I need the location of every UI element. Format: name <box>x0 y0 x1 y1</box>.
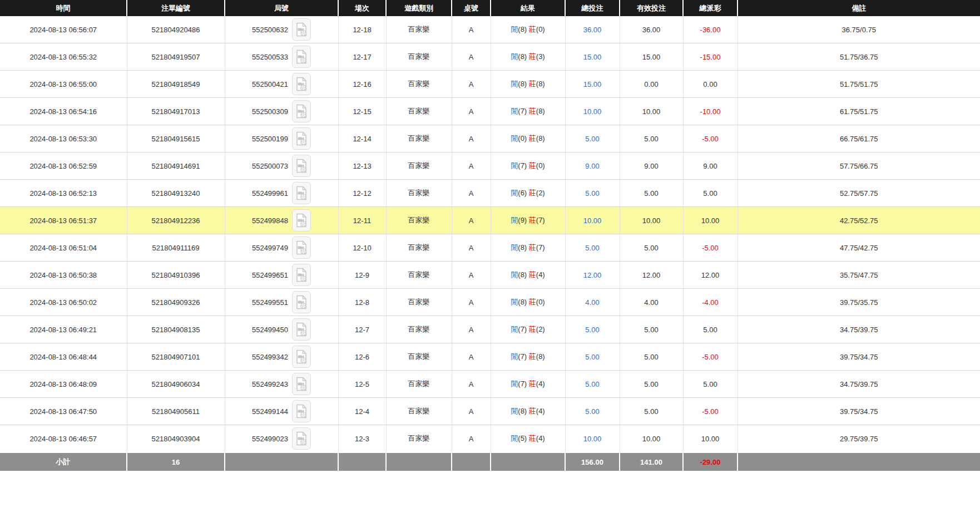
cell-total-bet: 10.00 <box>565 207 620 234</box>
cell-payout: -15.00 <box>683 43 738 71</box>
video-replay-button[interactable] <box>292 46 311 68</box>
table-row[interactable]: 2024-08-13 06:49:21521804908135552499450… <box>0 316 980 343</box>
result-banker-label: 莊 <box>529 434 536 442</box>
table-row[interactable]: 2024-08-13 06:54:16521804917013552500309… <box>0 98 980 125</box>
video-replay-button[interactable] <box>292 127 311 150</box>
result-player-score: (8) <box>518 25 527 33</box>
cell-result: 閒(8) 莊(0) <box>491 16 565 43</box>
round-no-text: 552499848 <box>252 216 288 225</box>
cell-game: 百家樂 <box>386 262 452 289</box>
cell-time: 2024-08-13 06:52:13 <box>0 180 127 207</box>
cell-remark: 52.75/57.75 <box>738 180 980 207</box>
video-file-icon <box>295 159 308 173</box>
cell-round-no: 552499848 <box>225 207 338 234</box>
cell-valid-bet: 5.00 <box>620 234 683 262</box>
cell-valid-bet: 4.00 <box>620 289 683 316</box>
cell-result: 閒(8) 莊(0) <box>491 289 565 316</box>
result-banker-label: 莊 <box>529 243 536 252</box>
cell-valid-bet: 10.00 <box>620 425 683 453</box>
cell-time: 2024-08-13 06:52:59 <box>0 152 127 180</box>
video-replay-button[interactable] <box>292 264 311 286</box>
result-player-label: 閒 <box>511 134 518 142</box>
table-row[interactable]: 2024-08-13 06:53:30521804915615552500199… <box>0 125 980 152</box>
video-replay-button[interactable] <box>292 427 311 450</box>
video-replay-button[interactable] <box>292 291 311 313</box>
video-replay-button[interactable] <box>292 373 311 395</box>
bet-history-table: 時間注單編號局號場次遊戲類別桌號結果總投注有效投注總派彩備註 2024-08-1… <box>0 0 980 471</box>
result-banker-label: 莊 <box>529 80 536 88</box>
video-replay-button[interactable] <box>292 155 311 177</box>
video-replay-button[interactable] <box>292 346 311 368</box>
video-replay-button[interactable] <box>292 209 311 232</box>
cell-remark: 61.75/51.75 <box>738 98 980 125</box>
cell-remark: 39.75/35.75 <box>738 289 980 316</box>
cell-round-no: 552499023 <box>225 425 338 453</box>
table-row[interactable]: 2024-08-13 06:50:38521804910396552499651… <box>0 262 980 289</box>
result-player-label: 閒 <box>511 189 518 197</box>
table-row[interactable]: 2024-08-13 06:46:57521804903904552499023… <box>0 425 980 453</box>
result-player-score: (8) <box>518 52 527 61</box>
result-player-score: (0) <box>518 134 527 142</box>
round-no-text: 552499342 <box>252 353 288 361</box>
cell-valid-bet: 15.00 <box>620 43 683 71</box>
video-replay-button[interactable] <box>292 18 311 41</box>
result-player-score: (7) <box>518 380 527 388</box>
cell-valid-bet: 12.00 <box>620 262 683 289</box>
cell-bet-no: 521804905611 <box>127 398 225 425</box>
cell-remark: 36.75/0.75 <box>738 16 980 43</box>
cell-bet-no: 521804912236 <box>127 207 225 234</box>
table-row[interactable]: 2024-08-13 06:51:37521804912236552499848… <box>0 207 980 234</box>
cell-time: 2024-08-13 06:48:09 <box>0 371 127 398</box>
result-player-score: (5) <box>518 434 527 442</box>
cell-time: 2024-08-13 06:50:38 <box>0 262 127 289</box>
table-row[interactable]: 2024-08-13 06:56:07521804920486552500632… <box>0 16 980 43</box>
cell-remark: 29.75/39.75 <box>738 425 980 453</box>
video-replay-button[interactable] <box>292 182 311 204</box>
cell-game: 百家樂 <box>386 371 452 398</box>
cell-result: 閒(0) 莊(8) <box>491 125 565 152</box>
video-file-icon <box>295 404 308 418</box>
table-row[interactable]: 2024-08-13 06:55:32521804919507552500533… <box>0 43 980 71</box>
cell-session: 12-15 <box>338 98 386 125</box>
round-no-wrap: 552500199 <box>252 127 311 150</box>
video-replay-button[interactable] <box>292 237 311 259</box>
table-row[interactable]: 2024-08-13 06:50:02521804909326552499551… <box>0 289 980 316</box>
header-row: 時間注單編號局號場次遊戲類別桌號結果總投注有效投注總派彩備註 <box>0 0 980 16</box>
video-replay-button[interactable] <box>292 400 311 422</box>
table-row[interactable]: 2024-08-13 06:47:50521804905611552499144… <box>0 398 980 425</box>
cell-round-no: 552500199 <box>225 125 338 152</box>
round-no-wrap: 552499848 <box>252 209 311 232</box>
video-file-icon <box>295 377 308 391</box>
cell-total-bet: 5.00 <box>565 371 620 398</box>
cell-session: 12-16 <box>338 71 386 98</box>
cell-result: 閒(7) 莊(8) <box>491 98 565 125</box>
cell-time: 2024-08-13 06:51:04 <box>0 234 127 262</box>
round-no-text: 552500309 <box>252 107 288 116</box>
cell-round-no: 552500309 <box>225 98 338 125</box>
cell-payout: -5.00 <box>683 234 738 262</box>
subtotal-label: 小計 <box>0 452 127 471</box>
table-row[interactable]: 2024-08-13 06:51:04521804911169552499749… <box>0 234 980 262</box>
cell-game: 百家樂 <box>386 71 452 98</box>
result-banker-label: 莊 <box>529 134 536 142</box>
cell-time: 2024-08-13 06:55:00 <box>0 71 127 98</box>
result-player-score: (8) <box>518 80 527 88</box>
cell-session: 12-7 <box>338 316 386 343</box>
cell-total-bet: 5.00 <box>565 180 620 207</box>
table-row[interactable]: 2024-08-13 06:52:13521804913240552499961… <box>0 180 980 207</box>
subtotal-empty-round <box>225 452 338 471</box>
table-row[interactable]: 2024-08-13 06:48:44521804907101552499342… <box>0 343 980 371</box>
round-no-text: 552500533 <box>252 53 288 61</box>
round-no-text: 552499749 <box>252 244 288 252</box>
column-header-game: 遊戲類別 <box>386 0 452 16</box>
video-replay-button[interactable] <box>292 318 311 341</box>
table-row[interactable]: 2024-08-13 06:48:09521804906034552499243… <box>0 371 980 398</box>
result-banker-label: 莊 <box>529 161 536 170</box>
table-row[interactable]: 2024-08-13 06:52:59521804914691552500073… <box>0 152 980 180</box>
result-player-label: 閒 <box>511 352 518 361</box>
video-replay-button[interactable] <box>292 73 311 95</box>
cell-round-no: 552499749 <box>225 234 338 262</box>
table-row[interactable]: 2024-08-13 06:55:00521804918549552500421… <box>0 71 980 98</box>
round-no-wrap: 552499651 <box>252 264 311 286</box>
video-replay-button[interactable] <box>292 100 311 122</box>
